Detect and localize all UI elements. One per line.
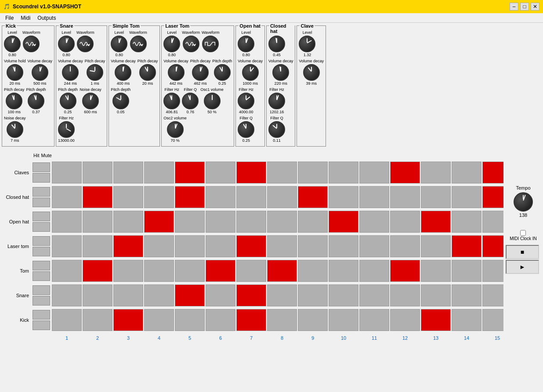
seq-cell[interactable] <box>359 309 389 331</box>
knob-level[interactable] <box>268 36 285 52</box>
seq-cell[interactable] <box>113 162 143 183</box>
seq-cell[interactable] <box>421 211 451 233</box>
seq-cell[interactable] <box>52 284 82 306</box>
midi-clock-checkbox[interactable] <box>520 230 526 236</box>
knob-volume-decay[interactable] <box>242 64 259 81</box>
knob-filter-q[interactable] <box>268 121 285 138</box>
mute-button[interactable] <box>33 296 50 306</box>
seq-cell[interactable] <box>298 186 328 208</box>
maximize-button[interactable]: □ <box>520 3 529 11</box>
seq-cell[interactable] <box>236 211 266 233</box>
stop-button[interactable]: ■ <box>506 245 539 259</box>
seq-cell[interactable] <box>421 186 451 208</box>
knob-pitch-decay[interactable] <box>139 64 156 81</box>
knob-volume-decay[interactable] <box>303 64 320 81</box>
seq-cell[interactable] <box>452 235 481 257</box>
knob-level[interactable] <box>299 36 315 52</box>
menu-file[interactable]: File <box>2 14 17 22</box>
mute-button[interactable] <box>33 271 50 281</box>
seq-cell[interactable] <box>113 260 143 282</box>
waveform-knob[interactable] <box>183 36 199 52</box>
seq-cell[interactable] <box>175 235 205 257</box>
seq-cell[interactable] <box>482 284 503 306</box>
knob-pitch-decay[interactable] <box>87 64 103 81</box>
seq-cell[interactable] <box>298 211 328 233</box>
seq-cell[interactable] <box>83 211 112 233</box>
seq-cell[interactable] <box>52 162 82 183</box>
knob-filter-hz[interactable] <box>238 93 254 109</box>
knob-level[interactable] <box>58 36 75 52</box>
knob-filter-hz[interactable] <box>268 93 285 109</box>
seq-cell[interactable] <box>267 309 297 331</box>
seq-cell[interactable] <box>421 309 451 331</box>
knob-filter-hz[interactable] <box>58 121 75 138</box>
seq-cell[interactable] <box>329 211 358 233</box>
knob-level[interactable] <box>111 36 127 52</box>
seq-cell[interactable] <box>83 309 112 331</box>
seq-cell[interactable] <box>359 260 389 282</box>
seq-cell[interactable] <box>452 260 481 282</box>
seq-cell[interactable] <box>452 284 481 306</box>
seq-cell[interactable] <box>113 235 143 257</box>
seq-cell[interactable] <box>267 162 297 183</box>
knob-noise-decay[interactable] <box>82 93 99 109</box>
seq-cell[interactable] <box>52 186 82 208</box>
knob-volume-decay[interactable] <box>115 64 131 81</box>
seq-cell[interactable] <box>52 260 82 282</box>
knob-filter-q[interactable] <box>182 93 199 109</box>
mute-button[interactable] <box>33 222 50 232</box>
seq-cell[interactable] <box>267 186 297 208</box>
knob-pitch-depth[interactable] <box>214 64 231 81</box>
seq-cell[interactable] <box>83 186 112 208</box>
seq-cell[interactable] <box>113 186 143 208</box>
mute-button[interactable] <box>33 320 50 330</box>
knob-volume-decay[interactable] <box>168 64 185 81</box>
seq-cell[interactable] <box>206 284 235 306</box>
mute-button[interactable] <box>33 173 50 183</box>
seq-cell[interactable] <box>329 162 358 183</box>
seq-cell[interactable] <box>144 260 174 282</box>
seq-cell[interactable] <box>482 211 503 233</box>
knob-volume-decay[interactable] <box>272 64 289 81</box>
seq-cell[interactable] <box>236 235 266 257</box>
seq-cell[interactable] <box>390 211 420 233</box>
seq-cell[interactable] <box>175 162 205 183</box>
seq-cell[interactable] <box>359 284 389 306</box>
seq-cell[interactable] <box>144 309 174 331</box>
hit-button[interactable] <box>33 212 50 221</box>
seq-cell[interactable] <box>452 186 481 208</box>
seq-cell[interactable] <box>236 186 266 208</box>
close-button[interactable]: ✕ <box>531 3 539 11</box>
seq-cell[interactable] <box>329 186 358 208</box>
seq-cell[interactable] <box>83 162 112 183</box>
seq-cell[interactable] <box>359 186 389 208</box>
seq-cell[interactable] <box>329 284 358 306</box>
seq-cell[interactable] <box>359 162 389 183</box>
seq-cell[interactable] <box>206 211 235 233</box>
seq-cell[interactable] <box>206 260 235 282</box>
waveform-knob[interactable] <box>77 36 94 52</box>
seq-cell[interactable] <box>298 309 328 331</box>
seq-cell[interactable] <box>175 211 205 233</box>
seq-cell[interactable] <box>113 211 143 233</box>
seq-cell[interactable] <box>298 260 328 282</box>
waveform-knob[interactable] <box>130 36 147 52</box>
seq-cell[interactable] <box>421 260 451 282</box>
seq-cell[interactable] <box>390 260 420 282</box>
seq-cell[interactable] <box>482 235 503 257</box>
hit-button[interactable] <box>33 236 50 246</box>
seq-cell[interactable] <box>452 309 481 331</box>
seq-cell[interactable] <box>298 284 328 306</box>
knob-pitch-depth[interactable] <box>112 93 129 109</box>
knob-osc2-volume[interactable] <box>167 121 184 138</box>
knob-volume-hold[interactable] <box>7 64 23 81</box>
knob-pitch-depth[interactable] <box>28 93 44 109</box>
knob-pitch-depth[interactable] <box>60 93 76 109</box>
seq-cell[interactable] <box>52 235 82 257</box>
seq-cell[interactable] <box>329 260 358 282</box>
seq-cell[interactable] <box>329 309 358 331</box>
seq-cell[interactable] <box>144 284 174 306</box>
seq-cell[interactable] <box>482 260 503 282</box>
seq-cell[interactable] <box>83 260 112 282</box>
seq-cell[interactable] <box>175 284 205 306</box>
